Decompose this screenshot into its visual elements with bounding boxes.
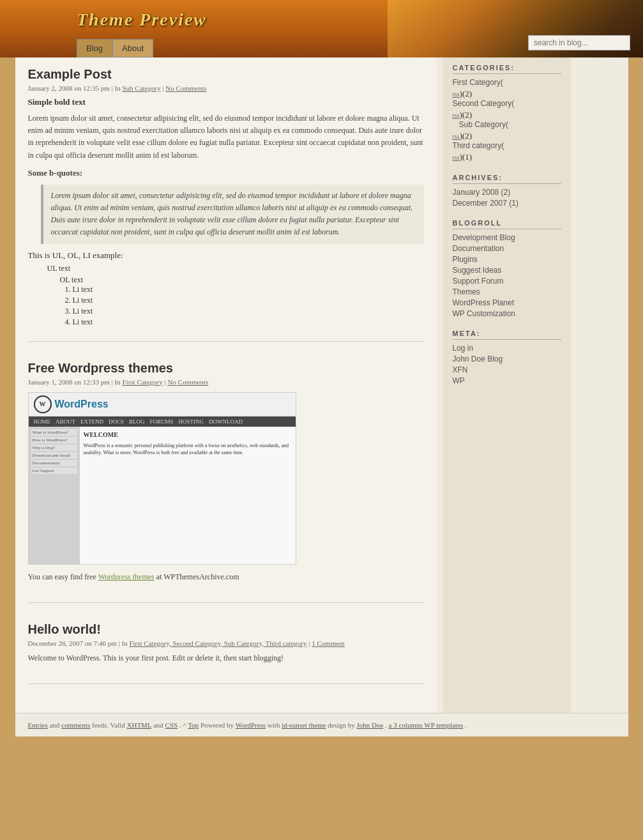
meta-wp[interactable]: WP [453,376,561,385]
post-3-meta: December 26, 2007 on 7:46 pm | In First … [28,639,424,647]
wordpress-themes-link[interactable]: Wordpress themes [98,572,155,581]
footer-and1: and [49,721,59,729]
category-third[interactable]: Third category( [453,141,561,150]
footer-with: with [268,721,280,729]
post-2-comments[interactable]: No Comments [167,378,208,386]
post-1-comments[interactable]: No Comments [165,84,206,92]
wp-nav-blog: BLOG [129,418,145,425]
footer-entries-link[interactable]: Entries [28,721,48,729]
category-first-rss[interactable]: rss [453,91,460,98]
post-2-title: Free Wordpress themes [28,361,424,376]
post-1-title: Example Post [28,67,424,82]
wp-sidebar-item-3: Why a blog? [31,445,77,451]
footer-author-link[interactable]: John Doe [356,721,383,729]
wp-sidebar-item-5: Documentation [31,460,77,466]
category-first[interactable]: First Category( [453,78,561,87]
wp-sidebar-item-2: How is WordPress? [31,437,77,443]
meta-johndoe[interactable]: John Doe Blog [453,355,561,363]
blogroll-themes[interactable]: Themes [453,287,561,296]
blogroll-heading: BLOGROLL [453,219,561,229]
post-1-category[interactable]: Sub Category [122,84,160,92]
footer-comments-link[interactable]: comments [61,721,90,729]
archive-dec2007[interactable]: December 2007 (1) [453,199,561,208]
post-1: Example Post January 2, 2008 on 12:35 pm… [28,67,424,342]
li-list: Li text Li text Li text Li text [73,285,424,327]
category-sub[interactable]: Sub Category( [459,120,561,129]
post-3: Hello world! December 26, 2007 on 7:46 p… [28,622,424,684]
post-1-meta: January 2, 2008 on 12:35 pm | In Sub Cat… [28,84,424,92]
search-input[interactable] [528,35,630,50]
wp-nav-home: HOME [34,418,51,425]
wp-screenshot: W WordPress HOME ABOUT EXTEND DOCS BLOG … [28,392,296,565]
site-header: Theme Preview Blog About [0,0,643,57]
post-2-category[interactable]: First Category [122,378,162,386]
sidebar-archives: ARCHIVES: January 2008 (2) December 2007… [453,174,561,208]
post-1-blockquote-text: Lorem ipsum dolor sit amet, consectetur … [51,190,416,239]
post-2-content: You can easy find free Wordpress themes … [28,571,424,583]
blogroll-docs[interactable]: Documentation [453,244,561,253]
site-title: Theme Preview [77,10,207,30]
blogroll-wp-custom[interactable]: WP Customization [453,309,561,318]
post-1-blockquote: Lorem ipsum dolor sit amet, consectetur … [41,185,424,244]
li-2: Li text [73,296,424,305]
sidebar-meta: META: Log in John Doe Blog XFN WP [453,330,561,385]
post-3-content: Welcome to WordPress. This is your first… [28,652,424,664]
post-1-date: January 2, 2008 on 12:35 pm [28,84,110,92]
wp-main-content-area: WELCOME WordPress is a semantic personal… [80,427,296,564]
sidebar-blogroll: BLOGROLL Development Blog Documentation … [453,219,561,318]
wp-main-text: WordPress is a semantic personal publish… [84,442,292,456]
footer-and2: and [153,721,163,729]
footer-css-link[interactable]: CSS [165,721,178,729]
post-1-bquote-label: Some b-quotes: [28,168,424,178]
archives-heading: ARCHIVES: [453,174,561,184]
meta-xfn[interactable]: XFN [453,365,561,374]
footer-wordpress-link[interactable]: WordPress [236,721,266,729]
category-sub-rss[interactable]: rss [453,133,460,140]
footer-top-link[interactable]: Top [188,721,199,729]
post-1-list: UL text OL text Li text Li text Li text … [47,264,424,327]
wp-nav-hosting: HOSTING [179,418,204,425]
category-second-rss[interactable]: rss [453,112,460,119]
meta-login[interactable]: Log in [453,344,561,353]
footer-theme-link[interactable]: id-sunset theme [282,721,326,729]
footer-feeds-text: feeds. Valid [92,721,125,729]
footer: Entries and comments feeds. Valid XHTML … [15,713,628,737]
li-4: Li text [73,317,424,327]
categories-heading: CATEGORIES: [453,64,561,74]
footer-columns-link[interactable]: a 3 columns WP templates [389,721,464,729]
footer-dot: . [385,721,387,729]
blogroll-dev[interactable]: Development Blog [453,233,561,242]
category-third-rss[interactable]: rss [453,154,460,161]
wp-nav-download: DOWNLOAD [209,418,243,425]
wp-nav-forums: FORUMS [150,418,174,425]
post-3-date: December 26, 2007 on 7:46 pm [28,639,117,647]
meta-heading: META: [453,330,561,340]
category-second[interactable]: Second Category( [453,99,561,108]
post-1-content: Lorem ipsum dolor sit amet, consectetur … [28,112,424,162]
footer-period: . [179,721,181,729]
li-1: Li text [73,285,424,294]
sidebar-categories: CATEGORIES: First Category(rss)(2) Secon… [453,64,561,162]
post-3-categories[interactable]: First Category, Second Category, Sub Cat… [129,639,306,647]
footer-powered: Powered by [200,721,234,729]
nav-blog[interactable]: Blog [77,39,112,57]
ul-text: UL text [47,264,424,273]
archive-jan2008[interactable]: January 2008 (2) [453,188,561,197]
wp-screenshot-header: W WordPress [29,393,296,416]
footer-xhtml-link[interactable]: XHTML [127,721,152,729]
wp-nav-docs: DOCS [109,418,124,425]
blogroll-wp-planet[interactable]: WordPress Planet [453,298,561,307]
wp-welcome-text: WELCOME [84,431,292,439]
blogroll-suggest[interactable]: Suggest Ideas [453,266,561,275]
post-1-bold: Simple bold text [28,97,424,107]
wp-logo: W [34,395,52,413]
post-2-date: January 1, 2008 on 12:33 pm [28,378,110,386]
wp-nav-extend: EXTEND [80,418,103,425]
blogroll-support[interactable]: Support Forum [453,277,561,286]
wp-sidebar-item-6: Get Support [31,468,77,474]
wp-sidebar-item-4: Download and install [31,452,77,459]
post-1-ul-label: This is UL, OL, LI example: [28,250,424,261]
blogroll-plugins[interactable]: Plugins [453,255,561,264]
post-3-comments[interactable]: 1 Comment [312,639,345,647]
nav-about[interactable]: About [112,39,153,57]
